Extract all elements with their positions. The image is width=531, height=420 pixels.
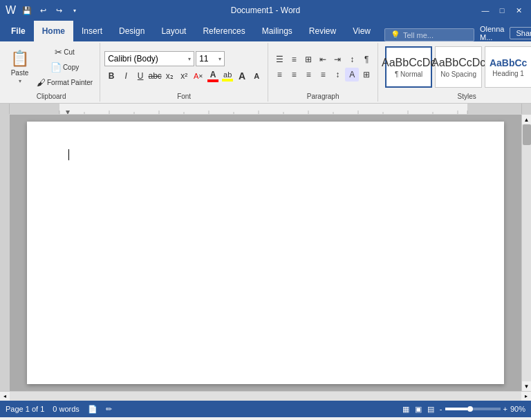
language-icon[interactable]: 📄	[88, 405, 97, 414]
hscroll-right-btn[interactable]: ▸	[521, 392, 531, 401]
tab-home[interactable]: Home	[34, 21, 73, 41]
ruler-svg	[10, 104, 521, 114]
tab-mailings[interactable]: Mailings	[254, 21, 301, 41]
style-heading1[interactable]: AaBbCc Heading 1	[485, 46, 531, 88]
show-para-btn[interactable]: ¶	[360, 52, 373, 66]
zoom-out-btn[interactable]: -	[440, 405, 442, 413]
track-changes-icon[interactable]: ✏	[106, 405, 112, 414]
superscript-btn[interactable]: x²	[177, 69, 191, 83]
maximize-btn[interactable]: □	[495, 3, 509, 17]
scroll-thumb[interactable]	[523, 124, 531, 145]
tab-layout[interactable]: Layout	[153, 21, 194, 41]
font-size-decrease-btn[interactable]: A	[250, 69, 263, 83]
subscript-btn[interactable]: x₂	[162, 69, 176, 83]
minimize-btn[interactable]: —	[478, 3, 492, 17]
status-bar: Page 1 of 1 0 words 📄 ✏ ▦ ▣ ▤ - + 90%	[0, 401, 531, 417]
multilevel-btn[interactable]: ⊞	[301, 52, 315, 66]
tab-insert[interactable]: Insert	[73, 21, 111, 41]
document-page[interactable]	[27, 122, 504, 384]
copy-btn[interactable]: 📄 Copy	[34, 60, 95, 74]
style-nospacing-preview: AaBbCcDc	[431, 57, 485, 69]
font-format-row: B I U abc x₂ x² A ✕ A ab	[104, 69, 263, 83]
ruler-container	[0, 104, 531, 115]
align-left-btn[interactable]: ≡	[272, 68, 286, 82]
svg-rect-1	[10, 104, 59, 114]
style-heading1-label: Heading 1	[492, 70, 524, 77]
scroll-down-btn[interactable]: ▼	[522, 381, 532, 391]
window-controls: — □ ✕	[478, 3, 525, 17]
clipboard-group: 📋 Paste ▾ ✂ Cut 📄 Copy 🖌 Format Painter	[3, 43, 100, 102]
font-name-dropdown-icon: ▾	[188, 56, 191, 62]
close-btn[interactable]: ✕	[512, 3, 525, 17]
title-bar-left: W 💾 ↩ ↪ ▾	[6, 3, 82, 17]
hscroll-left-btn[interactable]: ◂	[0, 392, 10, 401]
zoom-level[interactable]: 90%	[510, 405, 525, 413]
horizontal-scrollbar[interactable]: ◂ ▸	[0, 391, 531, 401]
sort-btn[interactable]: ↕	[345, 52, 359, 66]
align-right-btn[interactable]: ≡	[301, 68, 315, 82]
numbering-btn[interactable]: ≡	[287, 52, 301, 66]
ruler-left-margin	[0, 104, 10, 114]
style-normal[interactable]: AaBbCcDc ¶ Normal	[385, 46, 432, 88]
share-btn[interactable]: Share	[510, 27, 531, 39]
zoom-in-btn[interactable]: +	[503, 405, 507, 413]
hscroll-track[interactable]	[10, 392, 521, 401]
tab-review[interactable]: Review	[301, 21, 344, 41]
indent-increase-btn[interactable]: ⇥	[330, 52, 344, 66]
format-painter-btn[interactable]: 🖌 Format Painter	[34, 75, 95, 89]
vertical-scrollbar[interactable]: ▲ ▼	[521, 115, 531, 391]
status-right: ▦ ▣ ▤ - + 90%	[402, 405, 525, 414]
zoom-handle[interactable]	[467, 406, 473, 412]
font-color-btn[interactable]: A	[206, 69, 220, 83]
italic-btn[interactable]: I	[119, 69, 133, 83]
page-container[interactable]	[10, 115, 521, 391]
underline-btn[interactable]: U	[133, 69, 147, 83]
line-spacing-btn[interactable]: ↕	[330, 68, 344, 82]
tab-references[interactable]: References	[194, 21, 253, 41]
tab-view[interactable]: View	[344, 21, 379, 41]
print-view-btn[interactable]: ▤	[427, 405, 434, 414]
bold-btn[interactable]: B	[104, 69, 118, 83]
shading-btn[interactable]: A	[345, 68, 359, 82]
undo-btn[interactable]: ↩	[36, 3, 50, 17]
font-group: Calibri (Body) ▾ 11 ▾ B I U abc x₂ x² A …	[100, 43, 268, 102]
indent-decrease-btn[interactable]: ⇤	[316, 52, 330, 66]
styles-area: AaBbCcDc ¶ Normal AaBbCcDc No Spacing Aa…	[382, 43, 531, 91]
styles-label: Styles	[458, 93, 476, 102]
zoom-bar[interactable]	[445, 408, 501, 410]
tab-file[interactable]: File	[3, 21, 34, 41]
main-area: ▲ ▼	[0, 115, 531, 391]
strikethrough-btn[interactable]: abc	[148, 69, 162, 83]
clipboard-buttons: 📋 Paste ▾ ✂ Cut 📄 Copy 🖌 Format Painter	[7, 43, 95, 91]
scroll-up-btn[interactable]: ▲	[522, 115, 532, 124]
font-size-selector[interactable]: 11 ▾	[196, 51, 225, 66]
border-btn[interactable]: ⊞	[360, 68, 373, 82]
justify-btn[interactable]: ≡	[316, 68, 330, 82]
style-no-spacing[interactable]: AaBbCcDc No Spacing	[435, 46, 482, 88]
page-count[interactable]: Page 1 of 1	[6, 405, 44, 413]
customize-qa-btn[interactable]: ▾	[68, 3, 82, 17]
style-nospacing-label: No Spacing	[440, 70, 476, 78]
paste-btn[interactable]: 📋 Paste ▾	[7, 45, 32, 89]
font-size-increase-btn[interactable]: A	[235, 69, 249, 83]
align-center-btn[interactable]: ≡	[287, 68, 301, 82]
cut-btn[interactable]: ✂ Cut	[34, 45, 95, 59]
highlight-btn[interactable]: ab	[221, 69, 234, 83]
font-selector-row: Calibri (Body) ▾ 11 ▾	[104, 51, 263, 66]
save-quick-btn[interactable]: 💾	[20, 3, 34, 17]
bullets-btn[interactable]: ☰	[272, 52, 286, 66]
scroll-track[interactable]	[522, 124, 531, 381]
user-name[interactable]: Olenna M...	[480, 25, 504, 41]
clipboard-small-btns: ✂ Cut 📄 Copy 🖌 Format Painter	[34, 45, 95, 89]
word-count[interactable]: 0 words	[53, 405, 80, 413]
font-name-selector[interactable]: Calibri (Body) ▾	[104, 51, 194, 66]
clipboard-label: Clipboard	[37, 93, 66, 102]
paragraph-label: Paragraph	[307, 93, 339, 102]
redo-btn[interactable]: ↪	[52, 3, 66, 17]
tab-design[interactable]: Design	[111, 21, 153, 41]
clear-format-btn[interactable]: A ✕	[192, 69, 205, 83]
layout-view-btn[interactable]: ▦	[402, 405, 409, 414]
tell-me-search[interactable]: 💡 Tell me...	[384, 28, 474, 41]
read-view-btn[interactable]: ▣	[415, 405, 422, 414]
paragraph-group: ☰ ≡ ⊞ ⇤ ⇥ ↕ ¶ ≡ ≡ ≡ ≡ ↕ A ⊞ Paragraph	[268, 43, 378, 102]
